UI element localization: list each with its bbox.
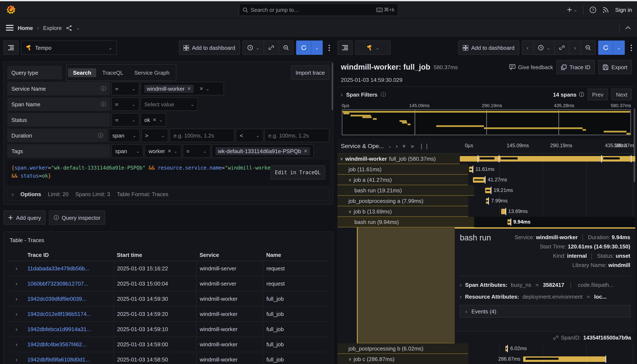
- breadcrumb-home[interactable]: Home: [18, 25, 33, 31]
- span-bar-cell[interactable]: 6.02ms: [468, 343, 635, 354]
- col-name[interactable]: Name: [263, 249, 328, 261]
- duration-lt-operator[interactable]: <⌄: [236, 129, 263, 142]
- trace-minimap[interactable]: [342, 109, 631, 136]
- span-bar-cell[interactable]: 286.87ms: [468, 354, 635, 364]
- query-outline-button[interactable]: [3, 40, 18, 55]
- row-expand-icon[interactable]: ›: [9, 261, 24, 276]
- table-row[interactable]: ›1942dbfebca1d9914a31...2025-01-03 14:59…: [9, 322, 328, 337]
- run-query-dropdown[interactable]: ⌄: [311, 40, 323, 55]
- table-row[interactable]: ›1060bbf732309b12707...2025-01-03 15:00:…: [9, 276, 328, 291]
- news-button[interactable]: [602, 6, 609, 13]
- add-to-dashboard-button[interactable]: Add to dashboard: [179, 40, 240, 55]
- span-name-cell[interactable]: ∨job b (13.69ms): [338, 206, 468, 217]
- span-bar-cell[interactable]: 11.61ms: [468, 164, 635, 174]
- give-feedback-link[interactable]: Give feedback: [509, 64, 553, 70]
- chevron-down-icon[interactable]: ⌄: [159, 118, 162, 122]
- duration-scope-select[interactable]: span⌄: [109, 129, 140, 142]
- span-attributes-row[interactable]: ›Span Attributes:busy_ns=3582417│code.fi…: [460, 282, 630, 288]
- span-name-cell[interactable]: ∨job c (286.87ms): [338, 354, 468, 364]
- chevron-down-icon[interactable]: ⌄: [174, 149, 178, 153]
- run-query-button[interactable]: [598, 40, 613, 55]
- span-bar-cell[interactable]: 9.94ms: [474, 217, 635, 227]
- span-bar-cell[interactable]: 7.99ms: [468, 196, 635, 206]
- collapse-all-icon[interactable]: »: [401, 144, 408, 148]
- duration-gt-operator[interactable]: >⌄: [141, 129, 168, 142]
- span-bar[interactable]: [523, 356, 605, 362]
- duration-max-input[interactable]: e.g. 100ms, 1.2s: [264, 129, 330, 142]
- span-bar-cell[interactable]: 41.27ms: [468, 174, 635, 185]
- table-row[interactable]: ›1942dc012e8f196b5174...2025-01-03 14:59…: [9, 306, 328, 322]
- span-bar[interactable]: [501, 209, 506, 214]
- add-to-dashboard-button[interactable]: Add to dashboard: [458, 40, 519, 55]
- caret-down-icon[interactable]: ∨: [348, 209, 352, 214]
- sign-in-link[interactable]: Sign in: [615, 6, 632, 13]
- table-row[interactable]: ›1942dbf9d9fa6108d0d1...2025-01-03 14:58…: [9, 352, 328, 364]
- query-outline-button[interactable]: [338, 40, 353, 55]
- col-service[interactable]: Service: [196, 249, 263, 261]
- split-icon[interactable]: [66, 25, 72, 31]
- table-row[interactable]: ›11dabada33e479db56b...2025-01-03 15:16:…: [9, 261, 328, 276]
- service-name-operator[interactable]: =⌄: [111, 82, 139, 95]
- column-resize-handle[interactable]: ❘❘: [419, 142, 430, 149]
- menu-icon[interactable]: [6, 25, 14, 31]
- span-bar[interactable]: [469, 166, 472, 172]
- events-row[interactable]: ›Events (4): [460, 305, 630, 318]
- selected-span-extension[interactable]: [357, 227, 455, 343]
- span-bar-cell[interactable]: 19.21ms: [474, 185, 635, 196]
- tags-scope-select[interactable]: span⌄: [111, 144, 144, 158]
- edit-in-traceql-button[interactable]: Edit in TraceQL: [270, 165, 325, 180]
- trace-id-link[interactable]: 1942dc039dfdf9e0039...: [28, 296, 87, 302]
- trace-id-link[interactable]: 11dabada33e479db56b...: [28, 265, 90, 272]
- status-operator[interactable]: =⌄: [111, 113, 139, 126]
- prev-span-button[interactable]: Prev: [588, 88, 608, 100]
- breadcrumb-explore[interactable]: Explore: [43, 25, 62, 31]
- new-menu-button[interactable]: ⌄: [566, 7, 577, 13]
- collapse-one-icon[interactable]: ›: [396, 143, 398, 149]
- span-name-cell[interactable]: ∨windmill-worker full_job (580.37ms): [338, 154, 460, 164]
- chevron-right-icon[interactable]: ›: [341, 91, 343, 98]
- tags-value-select[interactable]: wk-default-133114d6a91e-PSPQb ✕: [212, 144, 314, 158]
- span-bar[interactable]: [485, 188, 490, 193]
- datasource-picker[interactable]: Tempo ⌄: [21, 40, 117, 55]
- chevron-down-icon[interactable]: ⌄: [388, 144, 392, 148]
- span-bar[interactable]: [460, 156, 635, 162]
- resource-attributes-row[interactable]: ›Resource Attributes:deployment.environm…: [460, 294, 630, 300]
- remove-chip-icon[interactable]: ✕: [187, 86, 191, 91]
- export-button[interactable]: Export: [598, 60, 632, 74]
- expand-all-icon[interactable]: »: [411, 143, 414, 149]
- remove-chip-icon[interactable]: ✕: [152, 117, 156, 122]
- tab-search[interactable]: Search: [68, 68, 96, 77]
- col-trace-id[interactable]: Trace ID: [24, 249, 114, 261]
- add-query-button[interactable]: Add query: [3, 210, 46, 225]
- options-row[interactable]: › Options Limit: 20 Spans Limit: 3 Table…: [7, 187, 330, 201]
- trace-id-link[interactable]: 1942dbfc4be3567f462...: [28, 341, 87, 348]
- span-bar[interactable]: [506, 346, 507, 351]
- search-input[interactable]: Search or jump to... ⌘+k: [239, 3, 398, 16]
- trace-id-link[interactable]: 1942dbf9d9fa6108d0d1...: [28, 356, 90, 363]
- span-bar-cell[interactable]: [460, 154, 635, 164]
- span-bar-cell[interactable]: 13.69ms: [468, 206, 635, 217]
- duration-min-input[interactable]: e.g. 100ms, 1.2s: [170, 129, 235, 142]
- next-span-button[interactable]: Next: [612, 88, 632, 100]
- import-trace-button[interactable]: Import trace: [291, 66, 330, 80]
- span-bar[interactable]: [473, 177, 485, 183]
- run-query-button[interactable]: [296, 40, 311, 55]
- trace-id-link[interactable]: 1060bbf732309b12707...: [28, 280, 88, 287]
- chevron-down-icon[interactable]: ⌄: [76, 26, 80, 30]
- status-select[interactable]: ok ✕ ⌄: [140, 113, 166, 126]
- row-expand-icon[interactable]: ›: [9, 352, 24, 364]
- span-name-cell[interactable]: job_postprocessing a (7.99ms): [338, 196, 468, 206]
- tags-key-select[interactable]: worker ✕ ⌄: [145, 144, 181, 158]
- trace-id-link[interactable]: 1942dbfebca1d9914a31...: [28, 326, 91, 332]
- table-row[interactable]: ›1942dbfc4be3567f462...2025-01-03 14:59:…: [9, 337, 328, 352]
- span-name-cell[interactable]: bash run (9.94ms): [338, 217, 474, 227]
- tab-service-graph[interactable]: Service Graph: [129, 68, 174, 77]
- shift-time-back-button[interactable]: ‹: [522, 40, 533, 55]
- panel-menu-button[interactable]: [627, 44, 635, 51]
- run-query-dropdown[interactable]: ⌄: [613, 40, 625, 55]
- span-name-cell[interactable]: job_postprocessing b (6.02ms): [338, 343, 468, 354]
- span-name-operator[interactable]: =⌄: [111, 98, 139, 111]
- service-operation-column-header[interactable]: Service & Ope...: [341, 142, 384, 149]
- service-name-select[interactable]: windmill-worker ✕ ✕ ⌄: [140, 82, 224, 95]
- col-start-time[interactable]: Start time: [114, 249, 196, 261]
